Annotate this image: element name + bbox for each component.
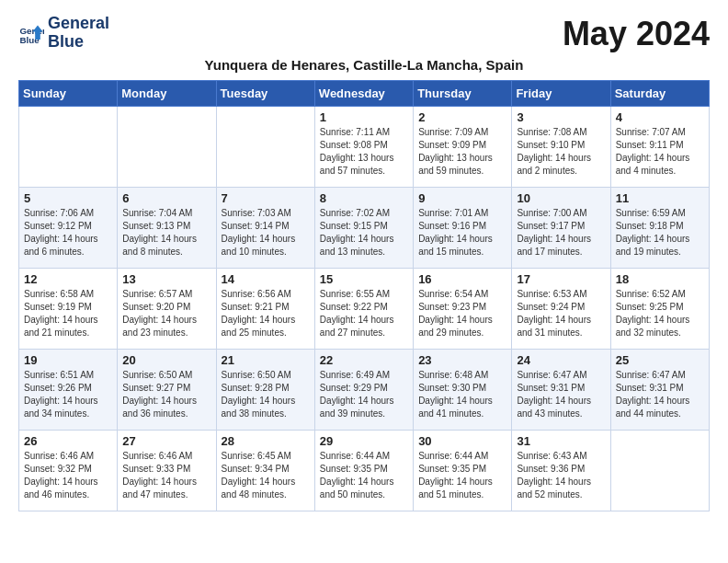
logo-text-line2: Blue [48,33,109,52]
week-row-5: 26Sunrise: 6:46 AM Sunset: 9:32 PM Dayli… [19,431,710,511]
week-row-4: 19Sunrise: 6:51 AM Sunset: 9:26 PM Dayli… [19,350,710,431]
calendar-cell: 12Sunrise: 6:58 AM Sunset: 9:19 PM Dayli… [19,269,118,350]
day-info: Sunrise: 6:52 AM Sunset: 9:25 PM Dayligh… [616,288,704,339]
day-number: 23 [418,353,506,367]
day-info: Sunrise: 6:56 AM Sunset: 9:21 PM Dayligh… [222,288,310,339]
day-number: 27 [122,434,210,448]
weekday-header-saturday: Saturday [610,81,709,107]
calendar-cell: 3Sunrise: 7:08 AM Sunset: 9:10 PM Daylig… [512,107,610,188]
day-info: Sunrise: 6:47 AM Sunset: 9:31 PM Dayligh… [616,369,704,420]
calendar-cell: 6Sunrise: 7:04 AM Sunset: 9:13 PM Daylig… [118,188,216,269]
day-info: Sunrise: 6:51 AM Sunset: 9:26 PM Dayligh… [24,369,112,420]
day-number: 19 [24,353,112,367]
day-info: Sunrise: 7:00 AM Sunset: 9:17 PM Dayligh… [517,207,605,259]
logo-icon: General Blue [18,20,44,46]
day-number: 20 [122,353,210,367]
day-info: Sunrise: 6:43 AM Sunset: 9:36 PM Dayligh… [517,450,605,501]
calendar-cell: 2Sunrise: 7:09 AM Sunset: 9:09 PM Daylig… [414,107,512,188]
calendar-cell: 1Sunrise: 7:11 AM Sunset: 9:08 PM Daylig… [314,107,413,188]
day-info: Sunrise: 6:49 AM Sunset: 9:29 PM Dayligh… [320,369,408,420]
day-info: Sunrise: 6:46 AM Sunset: 9:32 PM Dayligh… [24,450,112,501]
page-header: General Blue General Blue May 2024 [18,15,710,53]
day-info: Sunrise: 7:02 AM Sunset: 9:15 PM Dayligh… [320,207,408,259]
calendar-cell: 28Sunrise: 6:45 AM Sunset: 9:34 PM Dayli… [216,431,314,511]
day-number: 17 [517,272,605,286]
day-info: Sunrise: 7:07 AM Sunset: 9:11 PM Dayligh… [616,126,704,178]
day-number: 16 [418,272,506,286]
calendar-cell: 31Sunrise: 6:43 AM Sunset: 9:36 PM Dayli… [512,431,610,511]
week-row-1: 1Sunrise: 7:11 AM Sunset: 9:08 PM Daylig… [19,107,710,188]
day-number: 11 [616,191,704,205]
day-number: 22 [320,353,408,367]
day-number: 5 [24,191,112,205]
day-info: Sunrise: 6:53 AM Sunset: 9:24 PM Dayligh… [517,288,605,339]
logo: General Blue General Blue [18,15,109,52]
calendar-cell: 20Sunrise: 6:50 AM Sunset: 9:27 PM Dayli… [118,350,216,431]
calendar-cell: 9Sunrise: 7:01 AM Sunset: 9:16 PM Daylig… [414,188,512,269]
day-number: 15 [320,272,408,286]
day-info: Sunrise: 7:01 AM Sunset: 9:16 PM Dayligh… [418,207,506,259]
day-info: Sunrise: 6:44 AM Sunset: 9:35 PM Dayligh… [418,450,506,501]
week-row-3: 12Sunrise: 6:58 AM Sunset: 9:19 PM Dayli… [19,269,710,350]
day-number: 24 [517,353,605,367]
week-row-2: 5Sunrise: 7:06 AM Sunset: 9:12 PM Daylig… [19,188,710,269]
day-number: 18 [616,272,704,286]
day-number: 6 [122,191,210,205]
calendar-cell: 11Sunrise: 6:59 AM Sunset: 9:18 PM Dayli… [610,188,709,269]
day-number: 28 [222,434,310,448]
day-info: Sunrise: 6:45 AM Sunset: 9:34 PM Dayligh… [222,450,310,501]
day-number: 25 [616,353,704,367]
day-number: 29 [320,434,408,448]
day-number: 13 [122,272,210,286]
day-number: 9 [418,191,506,205]
day-number: 26 [24,434,112,448]
calendar-cell: 14Sunrise: 6:56 AM Sunset: 9:21 PM Dayli… [216,269,314,350]
weekday-header-thursday: Thursday [414,81,512,107]
weekday-header-wednesday: Wednesday [314,81,413,107]
logo-text-line1: General [48,15,109,33]
calendar-cell: 23Sunrise: 6:48 AM Sunset: 9:30 PM Dayli… [414,350,512,431]
weekday-header-friday: Friday [512,81,610,107]
day-number: 31 [517,434,605,448]
calendar-cell: 26Sunrise: 6:46 AM Sunset: 9:32 PM Dayli… [19,431,118,511]
day-number: 3 [517,110,605,124]
day-info: Sunrise: 6:54 AM Sunset: 9:23 PM Dayligh… [418,288,506,339]
day-info: Sunrise: 7:08 AM Sunset: 9:10 PM Dayligh… [517,126,605,178]
weekday-header-row: SundayMondayTuesdayWednesdayThursdayFrid… [19,81,710,107]
day-number: 7 [222,191,310,205]
calendar-cell: 10Sunrise: 7:00 AM Sunset: 9:17 PM Dayli… [512,188,610,269]
day-info: Sunrise: 7:09 AM Sunset: 9:09 PM Dayligh… [418,126,506,178]
day-info: Sunrise: 7:06 AM Sunset: 9:12 PM Dayligh… [24,207,112,259]
calendar-cell [216,107,314,188]
day-info: Sunrise: 7:11 AM Sunset: 9:08 PM Dayligh… [320,126,408,178]
day-number: 14 [222,272,310,286]
weekday-header-tuesday: Tuesday [216,81,314,107]
calendar-cell: 13Sunrise: 6:57 AM Sunset: 9:20 PM Dayli… [118,269,216,350]
calendar-cell: 29Sunrise: 6:44 AM Sunset: 9:35 PM Dayli… [314,431,413,511]
day-info: Sunrise: 6:44 AM Sunset: 9:35 PM Dayligh… [320,450,408,501]
day-info: Sunrise: 6:48 AM Sunset: 9:30 PM Dayligh… [418,369,506,420]
calendar-cell: 15Sunrise: 6:55 AM Sunset: 9:22 PM Dayli… [314,269,413,350]
calendar-cell: 16Sunrise: 6:54 AM Sunset: 9:23 PM Dayli… [414,269,512,350]
day-number: 1 [320,110,408,124]
calendar-cell [19,107,118,188]
day-info: Sunrise: 6:50 AM Sunset: 9:27 PM Dayligh… [122,369,210,420]
calendar-cell: 27Sunrise: 6:46 AM Sunset: 9:33 PM Dayli… [118,431,216,511]
day-info: Sunrise: 6:47 AM Sunset: 9:31 PM Dayligh… [517,369,605,420]
calendar-cell: 19Sunrise: 6:51 AM Sunset: 9:26 PM Dayli… [19,350,118,431]
month-title: May 2024 [563,15,710,53]
calendar-cell: 21Sunrise: 6:50 AM Sunset: 9:28 PM Dayli… [216,350,314,431]
calendar-cell: 25Sunrise: 6:47 AM Sunset: 9:31 PM Dayli… [610,350,709,431]
location-title: Yunquera de Henares, Castille-La Mancha,… [18,57,710,73]
calendar-cell: 17Sunrise: 6:53 AM Sunset: 9:24 PM Dayli… [512,269,610,350]
day-number: 10 [517,191,605,205]
day-number: 2 [418,110,506,124]
weekday-header-sunday: Sunday [19,81,118,107]
day-number: 12 [24,272,112,286]
calendar-cell: 22Sunrise: 6:49 AM Sunset: 9:29 PM Dayli… [314,350,413,431]
calendar-cell: 24Sunrise: 6:47 AM Sunset: 9:31 PM Dayli… [512,350,610,431]
calendar-cell: 5Sunrise: 7:06 AM Sunset: 9:12 PM Daylig… [19,188,118,269]
day-number: 8 [320,191,408,205]
calendar-cell: 8Sunrise: 7:02 AM Sunset: 9:15 PM Daylig… [314,188,413,269]
weekday-header-monday: Monday [118,81,216,107]
